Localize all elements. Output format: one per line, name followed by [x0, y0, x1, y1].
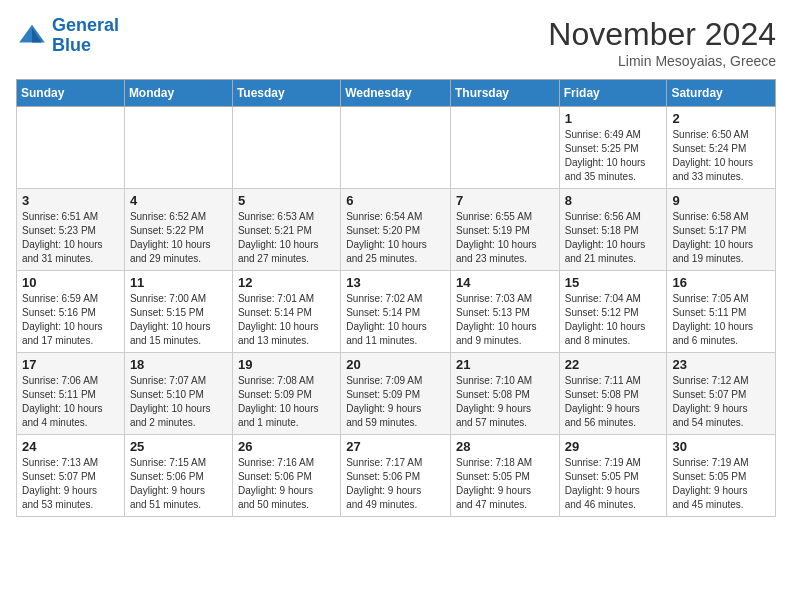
calendar-cell: 17Sunrise: 7:06 AM Sunset: 5:11 PM Dayli…: [17, 353, 125, 435]
day-number: 5: [238, 193, 335, 208]
day-info: Sunrise: 7:00 AM Sunset: 5:15 PM Dayligh…: [130, 292, 227, 348]
calendar-cell: [450, 107, 559, 189]
day-info: Sunrise: 7:01 AM Sunset: 5:14 PM Dayligh…: [238, 292, 335, 348]
day-number: 6: [346, 193, 445, 208]
calendar-cell: 5Sunrise: 6:53 AM Sunset: 5:21 PM Daylig…: [232, 189, 340, 271]
calendar-cell: 28Sunrise: 7:18 AM Sunset: 5:05 PM Dayli…: [450, 435, 559, 517]
calendar-cell: 1Sunrise: 6:49 AM Sunset: 5:25 PM Daylig…: [559, 107, 667, 189]
calendar-cell: [341, 107, 451, 189]
day-info: Sunrise: 7:09 AM Sunset: 5:09 PM Dayligh…: [346, 374, 445, 430]
calendar-weekday-sunday: Sunday: [17, 80, 125, 107]
logo: General Blue: [16, 16, 119, 56]
day-number: 11: [130, 275, 227, 290]
calendar-cell: 29Sunrise: 7:19 AM Sunset: 5:05 PM Dayli…: [559, 435, 667, 517]
calendar-cell: 27Sunrise: 7:17 AM Sunset: 5:06 PM Dayli…: [341, 435, 451, 517]
day-info: Sunrise: 6:50 AM Sunset: 5:24 PM Dayligh…: [672, 128, 770, 184]
calendar-weekday-thursday: Thursday: [450, 80, 559, 107]
calendar-cell: 18Sunrise: 7:07 AM Sunset: 5:10 PM Dayli…: [124, 353, 232, 435]
day-info: Sunrise: 7:06 AM Sunset: 5:11 PM Dayligh…: [22, 374, 119, 430]
calendar-weekday-monday: Monday: [124, 80, 232, 107]
day-info: Sunrise: 7:19 AM Sunset: 5:05 PM Dayligh…: [672, 456, 770, 512]
calendar-cell: 26Sunrise: 7:16 AM Sunset: 5:06 PM Dayli…: [232, 435, 340, 517]
calendar-cell: [232, 107, 340, 189]
calendar-cell: 15Sunrise: 7:04 AM Sunset: 5:12 PM Dayli…: [559, 271, 667, 353]
day-number: 18: [130, 357, 227, 372]
calendar-weekday-tuesday: Tuesday: [232, 80, 340, 107]
calendar-cell: 23Sunrise: 7:12 AM Sunset: 5:07 PM Dayli…: [667, 353, 776, 435]
page-header: General Blue November 2024 Limin Mesoyai…: [16, 16, 776, 69]
day-number: 27: [346, 439, 445, 454]
day-info: Sunrise: 6:53 AM Sunset: 5:21 PM Dayligh…: [238, 210, 335, 266]
day-info: Sunrise: 7:15 AM Sunset: 5:06 PM Dayligh…: [130, 456, 227, 512]
calendar-cell: 6Sunrise: 6:54 AM Sunset: 5:20 PM Daylig…: [341, 189, 451, 271]
day-number: 22: [565, 357, 662, 372]
day-info: Sunrise: 7:10 AM Sunset: 5:08 PM Dayligh…: [456, 374, 554, 430]
calendar-cell: 14Sunrise: 7:03 AM Sunset: 5:13 PM Dayli…: [450, 271, 559, 353]
day-number: 24: [22, 439, 119, 454]
calendar-cell: 19Sunrise: 7:08 AM Sunset: 5:09 PM Dayli…: [232, 353, 340, 435]
calendar-cell: 25Sunrise: 7:15 AM Sunset: 5:06 PM Dayli…: [124, 435, 232, 517]
day-number: 28: [456, 439, 554, 454]
title-block: November 2024 Limin Mesoyaias, Greece: [548, 16, 776, 69]
day-info: Sunrise: 6:52 AM Sunset: 5:22 PM Dayligh…: [130, 210, 227, 266]
logo-text: General Blue: [52, 16, 119, 56]
day-number: 9: [672, 193, 770, 208]
day-number: 14: [456, 275, 554, 290]
month-title: November 2024: [548, 16, 776, 53]
calendar-header-row: SundayMondayTuesdayWednesdayThursdayFrid…: [17, 80, 776, 107]
calendar-week-2: 3Sunrise: 6:51 AM Sunset: 5:23 PM Daylig…: [17, 189, 776, 271]
day-info: Sunrise: 7:13 AM Sunset: 5:07 PM Dayligh…: [22, 456, 119, 512]
day-number: 23: [672, 357, 770, 372]
calendar-cell: [124, 107, 232, 189]
calendar-cell: 30Sunrise: 7:19 AM Sunset: 5:05 PM Dayli…: [667, 435, 776, 517]
logo-icon: [16, 20, 48, 52]
day-info: Sunrise: 7:16 AM Sunset: 5:06 PM Dayligh…: [238, 456, 335, 512]
day-number: 26: [238, 439, 335, 454]
calendar-cell: 9Sunrise: 6:58 AM Sunset: 5:17 PM Daylig…: [667, 189, 776, 271]
day-number: 15: [565, 275, 662, 290]
calendar-table: SundayMondayTuesdayWednesdayThursdayFrid…: [16, 79, 776, 517]
calendar-cell: 16Sunrise: 7:05 AM Sunset: 5:11 PM Dayli…: [667, 271, 776, 353]
calendar-week-1: 1Sunrise: 6:49 AM Sunset: 5:25 PM Daylig…: [17, 107, 776, 189]
calendar-cell: 21Sunrise: 7:10 AM Sunset: 5:08 PM Dayli…: [450, 353, 559, 435]
day-number: 17: [22, 357, 119, 372]
day-number: 1: [565, 111, 662, 126]
calendar-cell: 7Sunrise: 6:55 AM Sunset: 5:19 PM Daylig…: [450, 189, 559, 271]
day-info: Sunrise: 6:51 AM Sunset: 5:23 PM Dayligh…: [22, 210, 119, 266]
day-number: 3: [22, 193, 119, 208]
day-number: 30: [672, 439, 770, 454]
calendar-weekday-friday: Friday: [559, 80, 667, 107]
location: Limin Mesoyaias, Greece: [548, 53, 776, 69]
day-info: Sunrise: 6:59 AM Sunset: 5:16 PM Dayligh…: [22, 292, 119, 348]
day-number: 25: [130, 439, 227, 454]
calendar-week-5: 24Sunrise: 7:13 AM Sunset: 5:07 PM Dayli…: [17, 435, 776, 517]
day-info: Sunrise: 7:04 AM Sunset: 5:12 PM Dayligh…: [565, 292, 662, 348]
day-number: 16: [672, 275, 770, 290]
day-number: 7: [456, 193, 554, 208]
calendar-cell: 13Sunrise: 7:02 AM Sunset: 5:14 PM Dayli…: [341, 271, 451, 353]
day-number: 19: [238, 357, 335, 372]
calendar-weekday-wednesday: Wednesday: [341, 80, 451, 107]
day-info: Sunrise: 6:58 AM Sunset: 5:17 PM Dayligh…: [672, 210, 770, 266]
calendar-cell: 2Sunrise: 6:50 AM Sunset: 5:24 PM Daylig…: [667, 107, 776, 189]
day-info: Sunrise: 6:54 AM Sunset: 5:20 PM Dayligh…: [346, 210, 445, 266]
day-info: Sunrise: 7:18 AM Sunset: 5:05 PM Dayligh…: [456, 456, 554, 512]
calendar-cell: 24Sunrise: 7:13 AM Sunset: 5:07 PM Dayli…: [17, 435, 125, 517]
day-number: 8: [565, 193, 662, 208]
calendar-weekday-saturday: Saturday: [667, 80, 776, 107]
day-info: Sunrise: 6:56 AM Sunset: 5:18 PM Dayligh…: [565, 210, 662, 266]
calendar-cell: 12Sunrise: 7:01 AM Sunset: 5:14 PM Dayli…: [232, 271, 340, 353]
calendar-cell: 10Sunrise: 6:59 AM Sunset: 5:16 PM Dayli…: [17, 271, 125, 353]
calendar-week-3: 10Sunrise: 6:59 AM Sunset: 5:16 PM Dayli…: [17, 271, 776, 353]
day-number: 21: [456, 357, 554, 372]
day-number: 20: [346, 357, 445, 372]
day-info: Sunrise: 7:03 AM Sunset: 5:13 PM Dayligh…: [456, 292, 554, 348]
day-info: Sunrise: 7:11 AM Sunset: 5:08 PM Dayligh…: [565, 374, 662, 430]
day-info: Sunrise: 6:55 AM Sunset: 5:19 PM Dayligh…: [456, 210, 554, 266]
svg-marker-1: [32, 28, 42, 42]
day-info: Sunrise: 7:19 AM Sunset: 5:05 PM Dayligh…: [565, 456, 662, 512]
day-number: 2: [672, 111, 770, 126]
day-number: 4: [130, 193, 227, 208]
day-number: 10: [22, 275, 119, 290]
calendar-cell: 8Sunrise: 6:56 AM Sunset: 5:18 PM Daylig…: [559, 189, 667, 271]
